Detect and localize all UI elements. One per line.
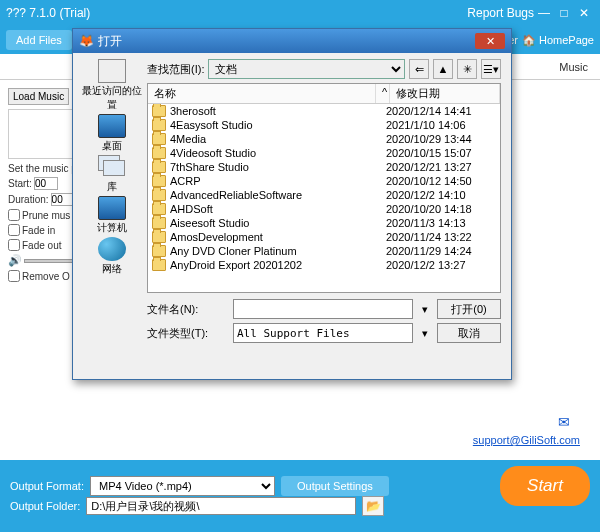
app-title: ??? 7.1.0 (Trial) [6, 6, 90, 20]
nav-desktop[interactable]: 桌面 [98, 114, 126, 153]
folder-icon [152, 245, 166, 257]
file-date: 2020/12/2 14:10 [386, 189, 496, 201]
prune-checkbox[interactable] [8, 209, 20, 221]
file-row[interactable]: 3herosoft2020/12/14 14:41 [148, 104, 500, 118]
file-date: 2020/10/12 14:50 [386, 175, 496, 187]
file-name: 4Media [170, 133, 382, 145]
file-row[interactable]: ACRP2020/10/12 14:50 [148, 174, 500, 188]
folder-icon [152, 175, 166, 187]
network-icon [98, 237, 126, 261]
file-date: 2020/11/24 13:22 [386, 231, 496, 243]
support-link[interactable]: support@GiliSoft.com [473, 434, 580, 446]
views-button[interactable]: ☰▾ [481, 59, 501, 79]
close-button[interactable]: ✕ [574, 6, 594, 20]
nav-back-button[interactable]: ⇐ [409, 59, 429, 79]
col-date[interactable]: 修改日期 [390, 84, 500, 103]
file-row[interactable]: 7thShare Studio2020/12/21 13:27 [148, 160, 500, 174]
file-row[interactable]: 4Media2020/10/29 13:44 [148, 132, 500, 146]
recent-icon [98, 59, 126, 83]
file-date: 2020/10/15 15:07 [386, 147, 496, 159]
nav-network[interactable]: 网络 [98, 237, 126, 276]
file-name: Aiseesoft Studio [170, 217, 382, 229]
home-icon: 🏠 [522, 34, 536, 47]
add-files-button[interactable]: Add Files [6, 30, 72, 50]
remove-checkbox[interactable] [8, 270, 20, 282]
file-name: Any DVD Cloner Platinum [170, 245, 382, 257]
file-name: AnyDroid Export 20201202 [170, 259, 382, 271]
file-row[interactable]: AnyDroid Export 202012022020/12/2 13:27 [148, 258, 500, 272]
fadein-checkbox[interactable] [8, 224, 20, 236]
report-bugs-link[interactable]: Report Bugs [467, 6, 534, 20]
file-name: AdvancedReliableSoftware [170, 189, 382, 201]
file-list: 名称 ^ 修改日期 3herosoft2020/12/14 14:414Easy… [147, 83, 501, 293]
file-name: ACRP [170, 175, 382, 187]
dialog-open-button[interactable]: 打开(0) [437, 299, 501, 319]
new-folder-button[interactable]: ✳ [457, 59, 477, 79]
filetype-label: 文件类型(T): [147, 326, 227, 341]
dialog-titlebar: 🦊 打开 ✕ [73, 29, 511, 53]
file-row[interactable]: AdvancedReliableSoftware2020/12/2 14:10 [148, 188, 500, 202]
file-date: 2021/1/10 14:06 [386, 119, 496, 131]
file-row[interactable]: 4Easysoft Studio2021/1/10 14:06 [148, 118, 500, 132]
file-date: 2020/10/29 13:44 [386, 133, 496, 145]
nav-libraries[interactable]: 库 [98, 155, 126, 194]
library-icon [98, 155, 126, 179]
file-row[interactable]: Aiseesoft Studio2020/11/3 14:13 [148, 216, 500, 230]
sort-indicator: ^ [376, 84, 390, 103]
folder-icon [152, 119, 166, 131]
filename-label: 文件名(N): [147, 302, 227, 317]
tab-music[interactable]: Music [559, 61, 588, 73]
file-name: 4Easysoft Studio [170, 119, 382, 131]
nav-computer[interactable]: 计算机 [97, 196, 127, 235]
dialog-nav: 最近访问的位置 桌面 库 计算机 网络 [79, 59, 145, 373]
file-date: 2020/12/2 13:27 [386, 259, 496, 271]
scope-label: 查找范围(I): [147, 62, 204, 77]
scope-select[interactable]: 文档 [208, 59, 405, 79]
dialog-cancel-button[interactable]: 取消 [437, 323, 501, 343]
folder-icon [152, 189, 166, 201]
file-row[interactable]: AHDSoft2020/10/20 14:18 [148, 202, 500, 216]
nav-recent[interactable]: 最近访问的位置 [79, 59, 145, 112]
output-folder-input[interactable] [86, 497, 356, 515]
file-name: 3herosoft [170, 105, 382, 117]
maximize-button[interactable]: □ [554, 6, 574, 20]
volume-icon: 🔊 [8, 254, 22, 267]
start-input[interactable] [34, 177, 58, 190]
file-row[interactable]: AmosDevelopment2020/11/24 13:22 [148, 230, 500, 244]
file-date: 2020/10/20 14:18 [386, 203, 496, 215]
duration-input[interactable] [51, 193, 75, 206]
fadein-label: Fade in [22, 225, 55, 236]
folder-icon [152, 203, 166, 215]
remove-label: Remove O [22, 271, 70, 282]
column-headers[interactable]: 名称 ^ 修改日期 [148, 84, 500, 104]
file-rows[interactable]: 3herosoft2020/12/14 14:414Easysoft Studi… [148, 104, 500, 292]
folder-icon [152, 217, 166, 229]
file-name: AHDSoft [170, 203, 382, 215]
output-format-select[interactable]: MP4 Video (*.mp4) [90, 476, 275, 496]
file-name: 4Videosoft Studio [170, 147, 382, 159]
fadeout-checkbox[interactable] [8, 239, 20, 251]
bottom-bar: Output Format: MP4 Video (*.mp4) Output … [0, 460, 600, 530]
output-settings-button[interactable]: Output Settings [281, 476, 389, 496]
dialog-title: 打开 [98, 33, 122, 50]
homepage-link[interactable]: 🏠HomePage [522, 34, 594, 47]
col-name[interactable]: 名称 [148, 84, 376, 103]
minimize-button[interactable]: — [534, 6, 554, 20]
mail-icon: ✉ [558, 414, 570, 430]
output-format-label: Output Format: [10, 480, 84, 492]
file-row[interactable]: Any DVD Cloner Platinum2020/11/29 14:24 [148, 244, 500, 258]
duration-label: Duration: [8, 194, 49, 205]
folder-icon [152, 105, 166, 117]
filetype-select[interactable] [233, 323, 413, 343]
nav-up-button[interactable]: ▲ [433, 59, 453, 79]
load-music-button[interactable]: Load Music [8, 88, 69, 105]
open-file-dialog: 🦊 打开 ✕ 最近访问的位置 桌面 库 计算机 网络 查找范围(I): 文档 ⇐… [72, 28, 512, 380]
file-row[interactable]: 4Videosoft Studio2020/10/15 15:07 [148, 146, 500, 160]
start-button[interactable]: Start [500, 466, 590, 506]
folder-icon [152, 259, 166, 271]
dialog-close-button[interactable]: ✕ [475, 33, 505, 49]
file-date: 2020/12/21 13:27 [386, 161, 496, 173]
filename-input[interactable] [233, 299, 413, 319]
folder-icon [152, 133, 166, 145]
open-folder-button[interactable]: 📂 [362, 496, 384, 516]
